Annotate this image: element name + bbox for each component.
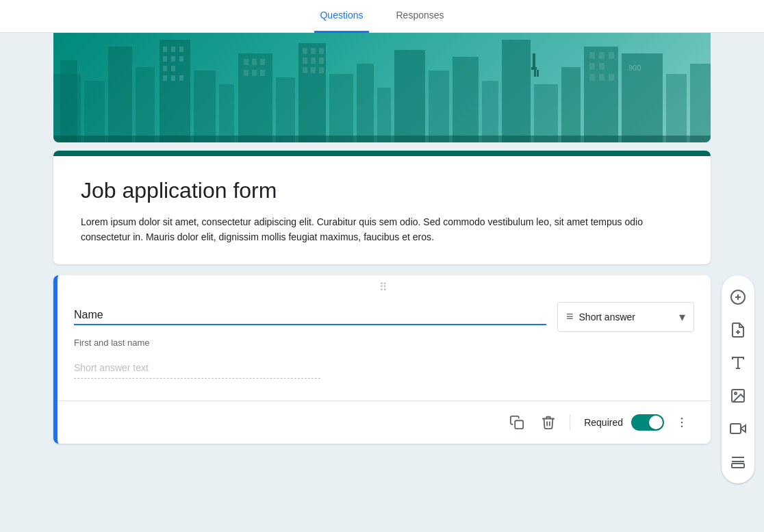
svg-rect-24 bbox=[252, 70, 257, 76]
svg-rect-32 bbox=[311, 58, 316, 64]
svg-rect-60 bbox=[622, 53, 663, 142]
svg-rect-62 bbox=[666, 74, 687, 142]
svg-rect-49 bbox=[534, 84, 558, 142]
svg-rect-22 bbox=[260, 59, 265, 65]
type-label: Short answer bbox=[579, 312, 674, 322]
import-questions-button[interactable] bbox=[722, 314, 754, 346]
svg-rect-25 bbox=[260, 70, 265, 76]
svg-rect-29 bbox=[311, 48, 316, 54]
more-options-button[interactable] bbox=[670, 410, 694, 435]
svg-rect-59 bbox=[609, 74, 614, 81]
svg-text:900: 900 bbox=[628, 64, 641, 72]
main-content: 900 Job application form Lorem ipsum dol… bbox=[0, 33, 764, 471]
hero-banner: 900 bbox=[53, 33, 711, 142]
svg-rect-57 bbox=[589, 74, 595, 81]
svg-rect-37 bbox=[329, 74, 353, 142]
question-name-input[interactable] bbox=[74, 309, 546, 321]
svg-rect-54 bbox=[609, 52, 614, 59]
svg-rect-43 bbox=[482, 81, 498, 142]
add-video-button[interactable] bbox=[722, 412, 754, 445]
svg-rect-6 bbox=[163, 47, 167, 52]
form-title: Job application form bbox=[81, 178, 683, 203]
svg-rect-9 bbox=[163, 56, 167, 62]
question-subtitle: First and last name bbox=[74, 338, 694, 348]
add-image-button[interactable] bbox=[722, 379, 754, 412]
form-description: Lorem ipsum dolor sit amet, consectetur … bbox=[81, 214, 683, 245]
question-input-wrap bbox=[74, 309, 546, 325]
svg-rect-30 bbox=[319, 48, 324, 54]
required-label: Required bbox=[584, 417, 623, 428]
svg-rect-46 bbox=[531, 67, 537, 70]
svg-rect-15 bbox=[171, 75, 175, 81]
short-answer-preview: Short answer text bbox=[74, 362, 320, 379]
toggle-thumb bbox=[649, 416, 663, 429]
svg-rect-11 bbox=[179, 56, 183, 62]
svg-rect-28 bbox=[303, 48, 307, 54]
svg-rect-58 bbox=[599, 74, 604, 81]
tab-questions[interactable]: Questions bbox=[314, 0, 368, 33]
add-question-button[interactable] bbox=[722, 281, 754, 314]
svg-rect-7 bbox=[171, 47, 175, 52]
svg-rect-79 bbox=[730, 424, 741, 433]
svg-rect-21 bbox=[252, 59, 257, 65]
svg-rect-45 bbox=[533, 53, 535, 67]
svg-rect-39 bbox=[377, 88, 391, 142]
svg-rect-14 bbox=[163, 75, 167, 81]
svg-rect-52 bbox=[589, 52, 595, 59]
drag-dots-icon: ⠿ bbox=[379, 281, 389, 294]
svg-point-66 bbox=[681, 418, 683, 420]
svg-rect-44 bbox=[502, 40, 531, 142]
copy-question-button[interactable] bbox=[504, 409, 530, 435]
svg-rect-1 bbox=[60, 60, 77, 142]
svg-rect-3 bbox=[108, 47, 132, 142]
svg-rect-4 bbox=[136, 67, 155, 142]
svg-rect-55 bbox=[589, 63, 595, 70]
svg-rect-33 bbox=[319, 58, 324, 64]
svg-rect-53 bbox=[599, 52, 604, 59]
svg-rect-36 bbox=[319, 67, 324, 73]
type-icon: ≡ bbox=[566, 309, 574, 324]
drag-handle[interactable]: ⠿ bbox=[58, 275, 711, 296]
svg-rect-34 bbox=[303, 67, 307, 73]
svg-rect-51 bbox=[584, 47, 618, 142]
tab-responses[interactable]: Responses bbox=[391, 0, 450, 33]
svg-rect-40 bbox=[394, 50, 425, 142]
short-answer-preview-text: Short answer text bbox=[74, 362, 149, 373]
required-toggle[interactable] bbox=[631, 414, 664, 431]
svg-rect-10 bbox=[171, 56, 175, 62]
svg-rect-63 bbox=[690, 64, 711, 142]
question-body: ≡ Short answer ▾ First and last name Sho… bbox=[58, 296, 711, 379]
svg-rect-13 bbox=[171, 66, 175, 71]
svg-rect-47 bbox=[534, 70, 536, 77]
top-navigation: Questions Responses bbox=[0, 0, 764, 33]
add-section-button[interactable] bbox=[722, 445, 754, 478]
svg-point-67 bbox=[681, 422, 683, 424]
delete-question-button[interactable] bbox=[535, 409, 561, 435]
svg-rect-50 bbox=[561, 67, 581, 142]
svg-rect-18 bbox=[219, 84, 234, 142]
chevron-down-icon: ▾ bbox=[679, 309, 685, 325]
svg-rect-17 bbox=[194, 71, 216, 142]
question-card-wrapper: ⠿ ≡ Short answer ▾ bbox=[53, 275, 711, 444]
svg-point-77 bbox=[735, 392, 737, 394]
svg-rect-2 bbox=[84, 81, 105, 142]
question-footer: Required bbox=[58, 401, 711, 444]
svg-rect-56 bbox=[599, 63, 604, 70]
question-card: ⠿ ≡ Short answer ▾ bbox=[53, 275, 711, 444]
svg-rect-64 bbox=[53, 136, 711, 142]
question-top-row: ≡ Short answer ▾ bbox=[74, 302, 694, 332]
svg-rect-19 bbox=[238, 53, 272, 142]
svg-rect-16 bbox=[179, 75, 183, 81]
type-selector-dropdown[interactable]: ≡ Short answer ▾ bbox=[557, 302, 694, 332]
svg-rect-42 bbox=[453, 57, 479, 142]
sidebar-tools bbox=[722, 275, 754, 483]
svg-rect-48 bbox=[537, 70, 539, 77]
svg-rect-82 bbox=[732, 464, 744, 468]
svg-rect-20 bbox=[244, 59, 249, 65]
svg-rect-26 bbox=[276, 77, 295, 142]
svg-rect-65 bbox=[515, 420, 523, 429]
svg-rect-8 bbox=[179, 47, 183, 52]
svg-rect-35 bbox=[311, 67, 316, 73]
add-title-button[interactable] bbox=[722, 346, 754, 379]
svg-rect-23 bbox=[244, 70, 249, 76]
